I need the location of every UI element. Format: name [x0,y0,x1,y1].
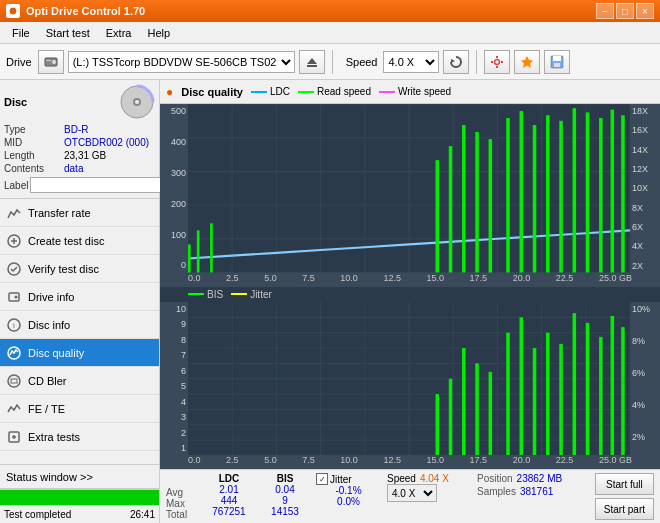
status-text-row: Test completed 26:41 [0,505,159,523]
chart2-legend: BIS Jitter [160,287,660,302]
chart-title: Disc quality [181,86,243,98]
star-button[interactable] [514,50,540,74]
svg-rect-58 [520,111,524,272]
jitter-avg: -0.1% [316,485,381,496]
type-value: BD-R [64,124,88,135]
sidebar-item-drive-info[interactable]: Drive info [0,283,159,311]
svg-rect-50 [197,230,200,272]
chart2-wrapper: BIS Jitter 10 9 8 7 6 5 [160,287,660,470]
chart1-container: 500 400 300 200 100 0 [160,104,660,273]
svg-rect-92 [506,332,510,455]
svg-rect-5 [307,65,317,67]
save-button[interactable] [544,50,570,74]
verify-disc-icon [6,261,22,277]
chart2-container: 10 9 8 7 6 5 4 3 2 1 [160,302,660,456]
svg-rect-65 [611,110,615,273]
sidebar-item-extra-tests[interactable]: Extra tests [0,423,159,451]
start-part-button[interactable]: Start part [595,498,654,520]
sidebar-item-fe-te[interactable]: FE / TE [0,395,159,423]
mid-field: MID OTCBDR002 (000) [4,137,155,148]
chart1-y-right: 18X 16X 14X 12X 10X 8X 6X 4X 2X [630,104,660,273]
menu-start-test[interactable]: Start test [38,25,98,41]
close-button[interactable]: × [636,3,654,19]
svg-rect-49 [188,244,191,272]
toolbar-separator2 [476,50,477,74]
svg-rect-91 [489,371,493,455]
sidebar-item-cd-bler[interactable]: CD Bler [0,367,159,395]
speed-stat-value: 4.04 X [420,473,449,484]
sidebar: Disc Type BD-R MID OTCBDR002 (000) Lengt… [0,80,160,523]
toolbar-separator [332,50,333,74]
bis-col: BIS 0.04 9 14153 [260,473,310,517]
chart2-svg [188,302,630,456]
jitter-col: ✓ Jitter -0.1% 0.0% [316,473,381,507]
svg-rect-90 [475,363,479,455]
svg-rect-96 [559,343,563,455]
svg-rect-52 [436,160,440,272]
drive-select[interactable]: (L:) TSSTcorp BDDVDW SE-506CB TS02 [68,51,295,73]
length-field: Length 23,31 GB [4,150,155,161]
menu-bar: File Start test Extra Help [0,22,660,44]
svg-point-28 [8,375,20,387]
disc-quality-icon [6,345,22,361]
svg-rect-99 [599,336,603,455]
svg-rect-60 [546,115,550,272]
jitter-check-row: ✓ Jitter [316,473,381,485]
transfer-rate-label: Transfer rate [28,207,91,219]
position-label: Position [477,473,513,484]
refresh-button[interactable] [443,50,469,74]
svg-rect-95 [546,332,550,455]
legend-ldc: LDC [251,86,290,97]
jitter-checkbox[interactable]: ✓ [316,473,328,485]
svg-rect-53 [449,146,453,272]
svg-marker-4 [307,58,317,64]
stats-area: Avg Max Total LDC 2.01 444 767251 BIS 0.… [160,469,660,523]
length-value: 23,31 GB [64,150,106,161]
svg-point-2 [52,60,56,64]
menu-extra[interactable]: Extra [98,25,140,41]
settings-button[interactable] [484,50,510,74]
maximize-button[interactable]: □ [616,3,634,19]
contents-value: data [64,163,83,174]
sidebar-item-create-test[interactable]: Create test disc [0,227,159,255]
status-section: Status window >> Test completed 26:41 [0,464,159,523]
contents-field: Contents data [4,163,155,174]
speed-select[interactable]: 4.0 X [383,51,439,73]
menu-help[interactable]: Help [139,25,178,41]
svg-rect-8 [496,56,498,58]
start-full-button[interactable]: Start full [595,473,654,495]
window-controls: − □ × [596,3,654,19]
total-label: Total [166,509,198,520]
nav-items: Transfer rate Create test disc Verify te… [0,199,159,464]
read-color [298,91,314,93]
write-color [379,91,395,93]
sidebar-item-transfer-rate[interactable]: Transfer rate [0,199,159,227]
chart2-inner [188,302,630,456]
sidebar-item-verify-test[interactable]: Verify test disc [0,255,159,283]
stats-row-main: Avg Max Total LDC 2.01 444 767251 BIS 0.… [166,473,654,520]
jitter-max: 0.0% [316,496,381,507]
minimize-button[interactable]: − [596,3,614,19]
svg-rect-94 [533,348,537,455]
stats-row-labels: Avg Max Total [166,473,198,520]
samples-label: Samples [477,486,516,497]
eject-button[interactable] [299,50,325,74]
sidebar-item-disc-info[interactable]: i Disc info [0,311,159,339]
svg-point-7 [495,59,500,64]
disc-info-icon: i [6,317,22,333]
speed-stat-select[interactable]: 4.0 X [387,484,437,502]
svg-point-24 [15,295,18,298]
contents-label: Contents [4,163,64,174]
cd-bler-icon [6,373,22,389]
label-input[interactable] [30,177,163,193]
legend-write: Write speed [379,86,451,97]
disc-icon [119,84,155,120]
menu-file[interactable]: File [4,25,38,41]
charts-area: 500 400 300 200 100 0 [160,104,660,469]
status-window-button[interactable]: Status window >> [0,465,159,489]
svg-rect-3 [46,60,51,61]
drive-label: Drive [6,56,32,68]
svg-rect-57 [506,118,510,272]
sidebar-item-disc-quality[interactable]: Disc quality [0,339,159,367]
type-label: Type [4,124,64,135]
